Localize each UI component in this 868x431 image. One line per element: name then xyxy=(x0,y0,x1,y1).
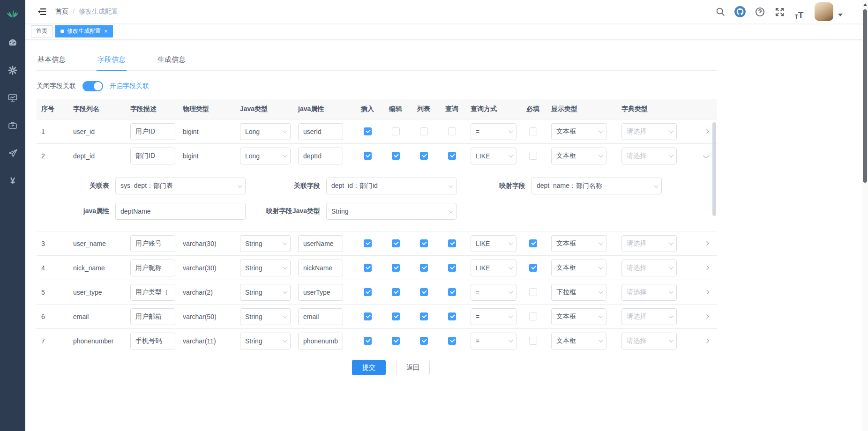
insert-checkbox[interactable] xyxy=(364,288,372,296)
display-type-select[interactable]: 文本框 xyxy=(551,260,606,276)
required-checkbox[interactable] xyxy=(529,337,537,345)
user-menu[interactable] xyxy=(815,2,843,21)
java-type-select[interactable]: String xyxy=(240,308,291,325)
display-type-select[interactable]: 文本框 xyxy=(551,308,606,325)
edit-checkbox[interactable] xyxy=(392,264,400,272)
display-type-select[interactable]: 文本框 xyxy=(551,333,606,349)
edit-checkbox[interactable] xyxy=(392,312,400,320)
expand-toggle-icon[interactable] xyxy=(703,266,709,270)
list-checkbox[interactable] xyxy=(420,337,428,345)
query-type-select[interactable]: = xyxy=(471,123,516,140)
java-field-input[interactable] xyxy=(298,235,343,252)
sidebar-toggle-button[interactable] xyxy=(34,4,50,20)
display-type-select[interactable]: 文本框 xyxy=(551,148,606,164)
list-checkbox[interactable] xyxy=(420,152,428,160)
page-scrollbar[interactable] xyxy=(862,0,868,431)
insert-checkbox[interactable] xyxy=(364,312,372,320)
expand-toggle-icon[interactable] xyxy=(703,314,709,319)
query-type-select[interactable]: = xyxy=(471,284,516,301)
query-type-select[interactable]: = xyxy=(471,308,516,325)
java-type-select[interactable]: String xyxy=(240,260,291,276)
required-checkbox[interactable] xyxy=(529,127,537,135)
description-input[interactable] xyxy=(130,308,175,325)
tag-home[interactable]: 首页 xyxy=(31,25,52,37)
expand-toggle-icon[interactable] xyxy=(703,129,709,134)
java-field-input[interactable] xyxy=(298,148,343,164)
github-link[interactable] xyxy=(732,4,748,20)
java-field-input[interactable] xyxy=(298,284,343,301)
search-button[interactable] xyxy=(712,4,728,20)
font-size-button[interactable]: TT xyxy=(791,4,807,20)
insert-checkbox[interactable] xyxy=(364,264,372,272)
query-type-select[interactable]: = xyxy=(471,333,516,349)
insert-checkbox[interactable] xyxy=(364,337,372,345)
query-checkbox[interactable] xyxy=(448,288,456,296)
page-scrollbar-thumb[interactable] xyxy=(863,9,867,183)
breadcrumb-home[interactable]: 首页 xyxy=(55,7,68,16)
expand-toggle-icon[interactable] xyxy=(703,241,709,245)
dict-type-select[interactable]: 请选择 xyxy=(621,123,677,140)
java-type-select[interactable]: String xyxy=(240,235,291,252)
insert-checkbox[interactable] xyxy=(364,152,372,160)
query-type-select[interactable]: LIKE xyxy=(471,235,516,252)
edit-checkbox[interactable] xyxy=(392,127,400,135)
sidebar-item-send[interactable] xyxy=(0,143,25,163)
sidebar-item-finance[interactable]: ¥ xyxy=(0,171,25,191)
sidebar-item-tool[interactable] xyxy=(0,115,25,136)
tab-generate-info[interactable]: 生成信息 xyxy=(157,52,187,70)
java-type-select[interactable]: Long xyxy=(240,148,291,164)
sidebar-item-system[interactable] xyxy=(0,60,25,81)
java-attr-input[interactable] xyxy=(115,203,246,220)
description-input[interactable] xyxy=(130,260,175,276)
insert-checkbox[interactable] xyxy=(364,127,372,135)
assoc-table-select[interactable]: sys_dept：部门表 xyxy=(115,178,246,194)
expand-toggle-icon[interactable] xyxy=(703,154,709,158)
java-field-input[interactable] xyxy=(298,308,343,325)
dict-type-select[interactable]: 请选择 xyxy=(621,308,677,325)
query-type-select[interactable]: LIKE xyxy=(471,148,516,164)
java-field-input[interactable] xyxy=(298,333,343,349)
list-checkbox[interactable] xyxy=(420,127,428,135)
submit-button[interactable]: 提交 xyxy=(352,360,386,375)
description-input[interactable] xyxy=(130,123,175,140)
description-input[interactable] xyxy=(130,284,175,301)
fullscreen-button[interactable] xyxy=(771,4,787,20)
map-field-select[interactable]: dept_name：部门名称 xyxy=(531,178,662,194)
description-input[interactable] xyxy=(130,235,175,252)
dict-type-select[interactable]: 请选择 xyxy=(621,235,677,252)
table-scrollbar-thumb[interactable] xyxy=(712,122,716,216)
display-type-select[interactable]: 下拉框 xyxy=(551,284,606,301)
edit-checkbox[interactable] xyxy=(392,337,400,345)
description-input[interactable] xyxy=(130,333,175,349)
required-checkbox[interactable] xyxy=(529,239,537,247)
required-checkbox[interactable] xyxy=(529,288,537,296)
query-checkbox[interactable] xyxy=(448,239,456,247)
dict-type-select[interactable]: 请选择 xyxy=(621,260,677,276)
assoc-field-select[interactable]: dept_id：部门id xyxy=(326,178,456,194)
tag-active-page[interactable]: 修改生成配置 × xyxy=(55,25,113,37)
query-checkbox[interactable] xyxy=(448,337,456,345)
list-checkbox[interactable] xyxy=(420,239,428,247)
tag-close-icon[interactable]: × xyxy=(104,28,108,34)
required-checkbox[interactable] xyxy=(529,312,537,320)
field-association-switch[interactable] xyxy=(82,81,103,91)
insert-checkbox[interactable] xyxy=(364,239,372,247)
required-checkbox[interactable] xyxy=(529,264,537,272)
tab-field-info[interactable]: 字段信息 xyxy=(97,52,127,70)
java-field-input[interactable] xyxy=(298,260,343,276)
edit-checkbox[interactable] xyxy=(392,239,400,247)
dict-type-select[interactable]: 请选择 xyxy=(621,333,677,349)
display-type-select[interactable]: 文本框 xyxy=(551,123,606,140)
java-type-select[interactable]: String xyxy=(240,284,291,301)
edit-checkbox[interactable] xyxy=(392,152,400,160)
association-on-label[interactable]: 开启字段关联 xyxy=(110,82,149,90)
description-input[interactable] xyxy=(130,148,175,164)
java-type-select[interactable]: Long xyxy=(240,123,291,140)
tab-basic-info[interactable]: 基本信息 xyxy=(37,52,67,70)
expand-toggle-icon[interactable] xyxy=(703,339,709,343)
help-button[interactable] xyxy=(752,4,768,20)
display-type-select[interactable]: 文本框 xyxy=(551,235,606,252)
app-logo[interactable] xyxy=(0,0,25,25)
query-checkbox[interactable] xyxy=(448,152,456,160)
dict-type-select[interactable]: 请选择 xyxy=(621,284,677,301)
